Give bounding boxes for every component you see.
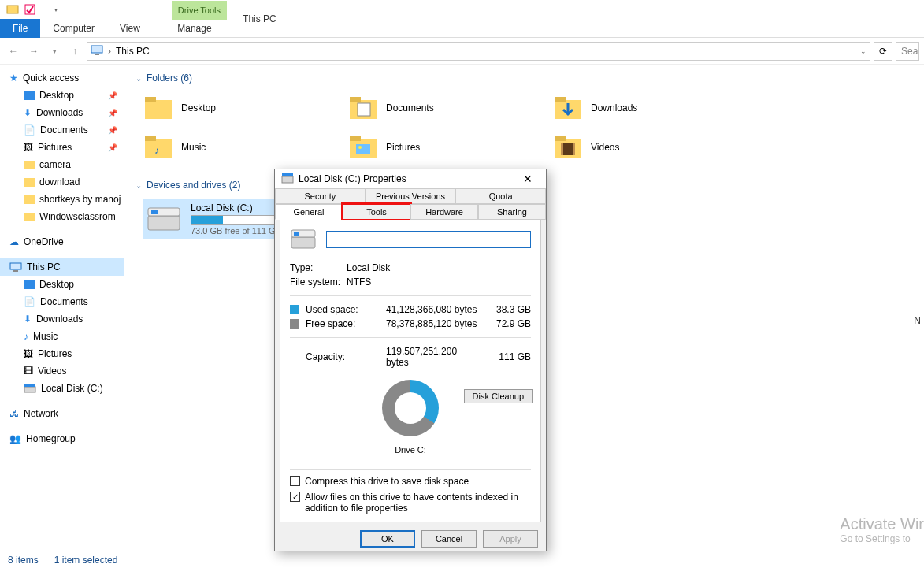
- quick-access-label: Quick access: [23, 72, 79, 84]
- folder-pictures[interactable]: Pictures: [348, 131, 521, 164]
- capacity-label: Capacity:: [306, 351, 345, 362]
- status-selected-count: 1 item selected: [54, 555, 118, 566]
- pc-videos[interactable]: 🎞Videos: [0, 362, 124, 380]
- type-label: Type:: [290, 262, 347, 273]
- qa-downloads[interactable]: ⬇Downloads📌: [0, 104, 124, 121]
- navigation-row: ← → ▾ ↑ › This PC ⌄ ⟳ Sea: [0, 38, 924, 65]
- status-bar: 8 items 1 item selected: [0, 551, 924, 568]
- tab-tools[interactable]: Tools: [343, 204, 410, 220]
- tab-previous-versions[interactable]: Previous Versions: [366, 188, 456, 204]
- cloud-icon: ☁: [9, 236, 19, 247]
- tab-quota[interactable]: Quota: [455, 188, 546, 204]
- pc-local-disk-label: Local Disk (C:): [41, 383, 103, 394]
- drive-c-label: Drive C:: [290, 445, 531, 455]
- capacity-gb: 111 GB: [487, 351, 531, 362]
- close-button[interactable]: ✕: [516, 173, 540, 185]
- capacity-bytes: 119,507,251,200 bytes: [386, 346, 481, 368]
- ok-button[interactable]: OK: [360, 530, 415, 548]
- used-bytes: 41,128,366,080 bytes: [386, 304, 481, 315]
- forward-button[interactable]: →: [25, 43, 43, 60]
- checkbox-unchecked-icon[interactable]: [290, 476, 300, 486]
- svg-rect-16: [145, 136, 156, 141]
- folder-videos[interactable]: Videos: [553, 131, 726, 164]
- svg-text:♪: ♪: [154, 145, 159, 156]
- drive-label-input[interactable]: [326, 231, 531, 248]
- videos-icon: 🎞: [24, 366, 33, 377]
- pc-music[interactable]: ♪Music: [0, 328, 124, 345]
- svg-rect-2: [91, 46, 102, 53]
- qa-desktop[interactable]: Desktop📌: [0, 87, 124, 104]
- folder-music[interactable]: ♪Music: [143, 131, 317, 164]
- folder-downloads[interactable]: Downloads: [553, 91, 726, 124]
- used-gb: 38.3 GB: [487, 304, 531, 315]
- svg-rect-3: [95, 54, 99, 55]
- homegroup-node[interactable]: 👥Homegroup: [0, 430, 124, 447]
- computer-tab[interactable]: Computer: [40, 19, 107, 38]
- qat-dropdown-icon[interactable]: ▾: [48, 2, 64, 17]
- network-node[interactable]: 🖧Network: [0, 405, 124, 422]
- pc-videos-label: Videos: [38, 366, 66, 377]
- apply-button[interactable]: Apply: [483, 530, 538, 548]
- refresh-button[interactable]: ⟳: [874, 42, 892, 61]
- svg-rect-14: [555, 97, 566, 102]
- desktop-icon: [24, 280, 35, 289]
- dialog-titlebar[interactable]: Local Disk (C:) Properties ✕: [275, 169, 546, 188]
- navigation-pane: ★ Quick access Desktop📌 ⬇Downloads📌 📄Doc…: [0, 65, 124, 551]
- svg-point-21: [358, 146, 362, 149]
- folder-desktop[interactable]: Desktop: [143, 91, 317, 124]
- this-pc-node[interactable]: This PC: [0, 258, 124, 276]
- manage-tab[interactable]: Manage: [162, 20, 227, 37]
- qa-pictures[interactable]: 🖼Pictures📌: [0, 139, 124, 156]
- compress-checkbox-row[interactable]: Compress this drive to save disk space: [290, 476, 531, 487]
- pc-documents[interactable]: 📄Documents: [0, 293, 124, 310]
- dialog-buttons: OK Cancel Apply: [275, 527, 546, 551]
- folders-group-header[interactable]: ⌄ Folders (6): [135, 72, 913, 84]
- pc-downloads[interactable]: ⬇Downloads: [0, 310, 124, 328]
- qa-windowsclassrom[interactable]: Windowsclassrom: [0, 208, 124, 225]
- search-box[interactable]: Sea: [896, 42, 919, 61]
- qa-shortkeys[interactable]: shortkeys by manoj: [0, 191, 124, 208]
- dialog-title: Local Disk (C:) Properties: [299, 173, 406, 184]
- svg-rect-31: [282, 173, 293, 176]
- back-button[interactable]: ←: [5, 43, 22, 60]
- pin-icon: 📌: [108, 109, 117, 117]
- index-checkbox-row[interactable]: ✓ Allow files on this drive to have cont…: [290, 492, 531, 514]
- folder-icon: ♪: [143, 132, 173, 162]
- up-button[interactable]: ↑: [66, 43, 83, 60]
- address-chevron-icon: ›: [108, 46, 111, 57]
- pc-music-label: Music: [33, 331, 58, 342]
- tab-general[interactable]: General: [275, 204, 343, 220]
- cancel-button[interactable]: Cancel: [421, 530, 477, 548]
- folder-downloads-label: Downloads: [591, 102, 637, 113]
- this-pc-label: This PC: [27, 262, 61, 273]
- downloads-icon: ⬇: [24, 107, 32, 118]
- disk-cleanup-button[interactable]: Disk Cleanup: [464, 389, 533, 403]
- tab-security[interactable]: Security: [275, 188, 366, 204]
- file-tab[interactable]: File: [0, 19, 40, 38]
- onedrive-node[interactable]: ☁OneDrive: [0, 233, 124, 251]
- folder-videos-label: Videos: [591, 142, 619, 153]
- recent-locations-button[interactable]: ▾: [46, 43, 63, 60]
- pc-local-disk[interactable]: Local Disk (C:): [0, 380, 124, 397]
- pc-documents-label: Documents: [40, 296, 88, 307]
- title-this-pc: This PC: [230, 9, 289, 28]
- tab-sharing[interactable]: Sharing: [478, 204, 546, 220]
- qa-download[interactable]: download: [0, 173, 124, 191]
- tab-hardware[interactable]: Hardware: [410, 204, 478, 220]
- folder-documents[interactable]: Documents: [348, 91, 521, 124]
- svg-rect-19: [350, 136, 361, 141]
- qat-folder-icon[interactable]: [5, 2, 20, 17]
- svg-rect-26: [573, 143, 575, 155]
- view-tab[interactable]: View: [107, 19, 153, 38]
- qat-properties-icon[interactable]: [22, 2, 38, 17]
- quick-access-node[interactable]: ★ Quick access: [0, 69, 124, 87]
- folder-icon: [24, 161, 35, 169]
- pc-pictures[interactable]: 🖼Pictures: [0, 345, 124, 362]
- checkbox-checked-icon[interactable]: ✓: [290, 492, 300, 502]
- pc-desktop[interactable]: Desktop: [0, 276, 124, 293]
- qa-documents[interactable]: 📄Documents📌: [0, 121, 124, 139]
- address-bar[interactable]: › This PC ⌄: [87, 42, 870, 61]
- free-bytes: 78,378,885,120 bytes: [386, 318, 481, 329]
- qa-camera[interactable]: camera: [0, 156, 124, 173]
- address-dropdown-icon[interactable]: ⌄: [860, 47, 866, 55]
